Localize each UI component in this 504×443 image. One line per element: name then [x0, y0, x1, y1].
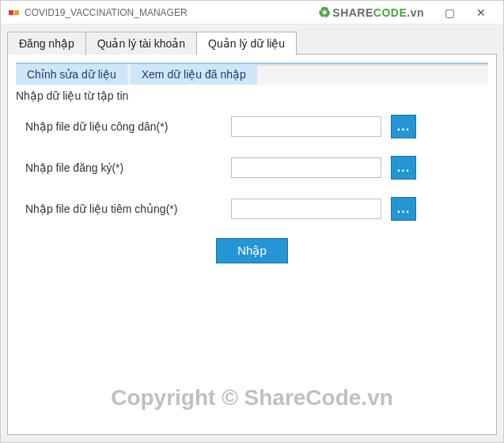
- brand-prefix: SHARE: [332, 6, 373, 19]
- titlebar: COVID19_VACCINATION_MANAGER ♻ SHARECODE.…: [1, 1, 503, 25]
- row-citizen-file: Nhập file dữ liệu công dân(*) ...: [25, 115, 479, 138]
- section-heading: Nhập dữ liệu từ tập tin: [16, 89, 488, 102]
- brand-domain: .vn: [407, 6, 424, 19]
- client-area: Đăng nhập Quản lý tài khoản Quản lý dữ l…: [1, 25, 503, 442]
- input-register-file[interactable]: [231, 157, 381, 178]
- sub-tabstrip: Chỉnh sửa dữ liệu Xem dữ liệu đã nhập: [16, 62, 488, 85]
- browse-vaccination-button[interactable]: ...: [391, 197, 416, 221]
- browse-register-button[interactable]: ...: [391, 156, 416, 180]
- input-citizen-file[interactable]: [231, 116, 381, 137]
- window: COVID19_VACCINATION_MANAGER ♻ SHARECODE.…: [0, 0, 504, 443]
- close-button[interactable]: ✕: [465, 2, 497, 24]
- label-register-file: Nhập file đăng ký(*): [25, 161, 231, 174]
- subtab-edit-data[interactable]: Chỉnh sửa dữ liệu: [16, 64, 127, 85]
- subtab-filler: [257, 64, 488, 85]
- label-vaccination-file: Nhập file dữ liệu tiêm chủng(*): [25, 203, 231, 215]
- brand-suffix: CODE: [373, 6, 407, 19]
- watermark-bottom: Copyright © ShareCode.vn: [8, 385, 496, 411]
- browse-citizen-button[interactable]: ...: [391, 115, 416, 138]
- brand-logo: ♻ SHARECODE.vn: [318, 4, 424, 21]
- subtab-view-entered[interactable]: Xem dữ liệu đã nhập: [131, 64, 257, 85]
- row-vaccination-file: Nhập file dữ liệu tiêm chủng(*) ...: [25, 197, 479, 221]
- tab-data[interactable]: Quản lý dữ liệu: [196, 32, 297, 55]
- window-controls: ▢ ✕: [434, 2, 497, 24]
- submit-row: Nhập: [25, 238, 479, 263]
- file-import-form: Nhập file dữ liệu công dân(*) ... Nhập f…: [16, 112, 488, 267]
- maximize-button[interactable]: ▢: [434, 2, 465, 24]
- tab-panel-data: Chỉnh sửa dữ liệu Xem dữ liệu đã nhập Nh…: [7, 54, 497, 435]
- recycle-icon: ♻: [318, 4, 332, 21]
- row-register-file: Nhập file đăng ký(*) ...: [25, 156, 479, 180]
- input-vaccination-file[interactable]: [231, 199, 381, 219]
- label-citizen-file: Nhập file dữ liệu công dân(*): [25, 120, 231, 133]
- main-tabstrip: Đăng nhập Quản lý tài khoản Quản lý dữ l…: [7, 31, 497, 55]
- app-icon: [7, 6, 20, 19]
- window-title: COVID19_VACCINATION_MANAGER: [25, 7, 188, 18]
- submit-button[interactable]: Nhập: [216, 238, 288, 263]
- tab-login[interactable]: Đăng nhập: [7, 32, 86, 55]
- tab-accounts[interactable]: Quản lý tài khoản: [85, 32, 197, 55]
